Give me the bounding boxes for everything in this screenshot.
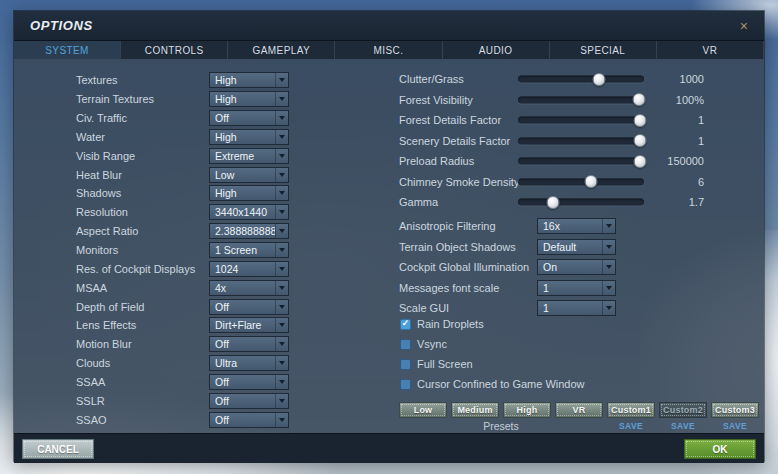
tab[interactable]: GAMEPLAY — [228, 41, 335, 59]
preset-button[interactable]: Custom2 — [659, 402, 707, 418]
tab-label: VR — [703, 45, 718, 56]
close-icon[interactable]: × — [734, 11, 754, 40]
setting-label: Cockpit Global Illumination — [399, 261, 529, 273]
slider-label: Chimney Smoke Density — [399, 176, 519, 188]
presets-caption: Presets — [399, 420, 603, 432]
setting-dropdown[interactable]: 1 — [537, 280, 616, 296]
slider-label: Preload Radius — [399, 155, 474, 167]
slider-settings-list: Clutter/Grass 1000 Forest Visibility 100… — [14, 69, 766, 213]
preset-button[interactable]: VR — [555, 402, 603, 418]
settings-row: Cockpit Global Illumination On — [14, 257, 766, 278]
slider-value: 1 — [634, 135, 704, 147]
tab-label: AUDIO — [479, 45, 513, 56]
slider-label: Forest Visibility — [399, 94, 473, 106]
preset-column: Custom3 SAVE — [711, 402, 759, 431]
tab-label: SPECIAL — [580, 45, 625, 56]
slider-label: Scenery Details Factor — [399, 135, 510, 147]
right-dropdown-list: Anisotropic Filtering 16x Terrain Object… — [14, 216, 766, 319]
setting-dropdown[interactable]: Default — [537, 239, 616, 255]
slider-row: Gamma 1.7 — [14, 192, 766, 213]
checkmark-icon: ✓ — [402, 319, 410, 328]
slider-track[interactable] — [518, 158, 644, 165]
checkbox[interactable]: ✓ — [400, 379, 411, 390]
slider-track[interactable] — [518, 178, 644, 185]
tab[interactable]: CONTROLS — [121, 41, 228, 59]
preset-button[interactable]: Custom1 — [607, 402, 655, 418]
slider-row: Preload Radius 150000 — [14, 151, 766, 172]
setting-dropdown[interactable]: Off — [209, 412, 289, 428]
slider-row: Chimney Smoke Density 6 — [14, 172, 766, 193]
setting-label: Messages font scale — [399, 282, 499, 294]
slider-knob[interactable] — [547, 196, 560, 209]
tab[interactable]: SYSTEM — [14, 41, 121, 59]
save-link[interactable]: SAVE — [619, 421, 643, 431]
preset-column: Custom1 SAVE — [607, 402, 655, 431]
dropdown-value: Default — [538, 241, 602, 253]
setting-label: Scale GUI — [399, 302, 449, 314]
checkbox[interactable]: ✓ — [400, 359, 411, 370]
tab-label: GAMEPLAY — [253, 45, 310, 56]
preset-button[interactable]: Custom3 — [711, 402, 759, 418]
tab-label: SYSTEM — [45, 45, 89, 56]
slider-knob[interactable] — [592, 73, 605, 86]
chevron-down-icon — [602, 260, 615, 274]
slider-value: 1.7 — [634, 196, 704, 208]
slider-track[interactable] — [518, 96, 644, 103]
slider-value: 1000 — [634, 73, 704, 85]
setting-label: Terrain Object Shadows — [399, 241, 516, 253]
slider-track[interactable] — [518, 117, 644, 124]
dropdown-value: Off — [210, 414, 275, 426]
slider-row: Forest Details Factor 1 — [14, 110, 766, 131]
checkbox-label: Full Screen — [417, 358, 473, 370]
cancel-button[interactable]: CANCEL — [22, 439, 94, 459]
preset-button[interactable]: Medium — [451, 402, 499, 418]
save-link[interactable]: SAVE — [671, 421, 695, 431]
settings-row: SSAO Off — [14, 410, 390, 429]
tab-label: CONTROLS — [145, 45, 204, 56]
setting-dropdown[interactable]: On — [537, 259, 616, 275]
setting-dropdown[interactable]: Off — [209, 393, 289, 409]
slider-value: 100% — [634, 94, 704, 106]
checkbox[interactable]: ✓ — [400, 339, 411, 350]
slider-track[interactable] — [518, 199, 644, 206]
slider-knob[interactable] — [585, 175, 598, 188]
chevron-down-icon — [275, 413, 288, 427]
checkbox-label: Vsync — [417, 338, 447, 350]
footer-bar: CANCEL OK — [14, 433, 764, 463]
checkbox-list: ✓ Rain Droplets ✓ Vsync ✓ Full Screen — [14, 314, 766, 394]
slider-label: Clutter/Grass — [399, 73, 464, 85]
setting-label: SSAO — [76, 414, 107, 426]
slider-track[interactable] — [518, 76, 644, 83]
preset-button[interactable]: High — [503, 402, 551, 418]
slider-value: 150000 — [634, 155, 704, 167]
save-link[interactable]: SAVE — [723, 421, 747, 431]
title-bar: OPTIONS × — [14, 11, 764, 41]
ok-button[interactable]: OK — [684, 439, 756, 459]
setting-dropdown[interactable]: 16x — [537, 218, 616, 234]
tab[interactable]: MISC. — [335, 41, 442, 59]
system-settings-panel: Textures High Terrain Textures High — [14, 59, 764, 433]
tab[interactable]: SPECIAL — [550, 41, 657, 59]
chevron-down-icon — [602, 219, 615, 233]
checkbox-row: ✓ Cursor Confined to Game Window — [14, 374, 766, 394]
tab-bar: SYSTEM CONTROLS GAMEPLAY MISC. AUDIO SPE… — [14, 41, 764, 59]
tab[interactable]: AUDIO — [443, 41, 550, 59]
checkbox[interactable]: ✓ — [400, 319, 411, 330]
tab[interactable]: VR — [657, 41, 764, 59]
page-title: OPTIONS — [14, 18, 93, 33]
slider-row: Clutter/Grass 1000 — [14, 69, 766, 90]
slider-value: 6 — [634, 176, 704, 188]
settings-row: SSLR Off — [14, 391, 390, 410]
checkbox-label: Cursor Confined to Game Window — [417, 378, 585, 390]
dropdown-value: 1 — [538, 282, 602, 294]
slider-row: Forest Visibility 100% — [14, 90, 766, 111]
checkbox-row: ✓ Vsync — [14, 334, 766, 354]
slider-track[interactable] — [518, 137, 644, 144]
dropdown-value: Off — [210, 395, 275, 407]
preset-column: Custom2 SAVE — [659, 402, 707, 431]
preset-button[interactable]: Low — [399, 402, 447, 418]
checkbox-label: Rain Droplets — [417, 318, 484, 330]
settings-row: Terrain Object Shadows Default — [14, 237, 766, 258]
checkbox-row: ✓ Full Screen — [14, 354, 766, 374]
chevron-down-icon — [602, 240, 615, 254]
